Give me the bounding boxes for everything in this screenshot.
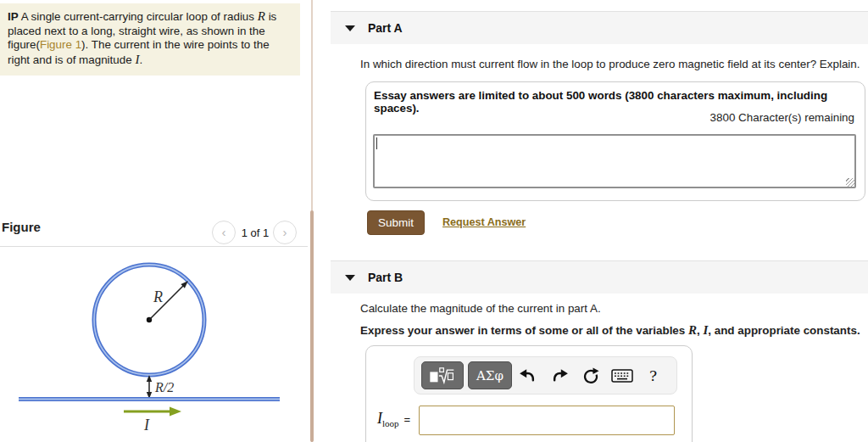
- reset-button[interactable]: [575, 361, 606, 391]
- keyboard-icon: [611, 368, 633, 383]
- assignment-page: IP A single current-carrying circular lo…: [0, 0, 868, 442]
- greek-symbols-button[interactable]: ΑΣφ: [468, 361, 512, 389]
- reset-icon: [582, 367, 599, 384]
- problem-text-4: .: [139, 53, 142, 66]
- scrollbar-thumb[interactable]: [310, 210, 314, 442]
- essay-answer-box: Essay answers are limited to about 500 w…: [365, 81, 865, 201]
- problem-text-1: A single current-carrying circular loop …: [19, 10, 258, 23]
- submit-button[interactable]: Submit: [367, 210, 425, 235]
- figure-next-button[interactable]: ›: [273, 221, 297, 244]
- chevron-left-icon: ‹: [222, 225, 226, 239]
- part-a-question: In which direction must current flow in …: [360, 58, 860, 70]
- equation-toolbar: ΑΣφ: [414, 356, 677, 394]
- resize-handle-icon[interactable]: [846, 178, 854, 187]
- equation-template-button[interactable]: [421, 361, 464, 389]
- gap-label: R/2: [154, 380, 174, 394]
- part-b-label: Part B: [368, 271, 403, 284]
- collapse-triangle-icon: [345, 275, 355, 281]
- undo-button[interactable]: [512, 361, 543, 391]
- characters-remaining: 3800 Character(s) remaining: [710, 111, 854, 124]
- part-b-header[interactable]: Part B: [331, 260, 868, 294]
- figure-divider-line: [0, 246, 308, 247]
- part-b-question: Calculate the magnitude of the current i…: [360, 302, 601, 315]
- redo-icon: [550, 368, 569, 383]
- template-icon: [429, 366, 456, 385]
- figure-page-indicator: 1 of 1: [238, 227, 272, 239]
- variable-r: R: [258, 9, 265, 23]
- problem-statement: IP A single current-carrying circular lo…: [0, 3, 300, 76]
- keyboard-button[interactable]: [606, 361, 637, 391]
- answer-subscript: loop: [382, 418, 399, 428]
- figure-title: Figure: [2, 220, 41, 234]
- essay-textarea[interactable]: [373, 134, 856, 188]
- express-text-2: , and appropriate constants.: [708, 324, 860, 337]
- part-a-header[interactable]: Part A: [331, 11, 868, 44]
- undo-icon: [519, 368, 537, 383]
- collapse-triangle-icon: [345, 25, 355, 31]
- text-caret: [376, 137, 377, 149]
- equals-sign: =: [404, 413, 411, 426]
- current-label: I: [143, 417, 150, 434]
- problem-tag: IP: [8, 10, 19, 23]
- help-label: ?: [649, 367, 657, 384]
- redo-button[interactable]: [543, 361, 575, 391]
- current-arrowhead-icon: [170, 407, 181, 417]
- figure-link[interactable]: Figure 1: [40, 38, 81, 51]
- answer-variable-label: Iloop=: [377, 410, 410, 428]
- part-b-express-instruction: Express your answer in terms of some or …: [360, 323, 860, 338]
- express-text-1: Express your answer in terms of some or …: [360, 324, 688, 337]
- figure-prev-button[interactable]: ‹: [212, 221, 236, 244]
- variable-r: R: [688, 323, 697, 337]
- radius-label: R: [153, 288, 163, 305]
- figure-diagram: R R/2 I: [0, 250, 305, 442]
- chevron-right-icon: ›: [283, 225, 287, 239]
- help-button[interactable]: ?: [637, 361, 669, 391]
- part-a-label: Part A: [368, 21, 403, 35]
- request-answer-link[interactable]: Request Answer: [442, 216, 526, 228]
- answer-input[interactable]: [419, 406, 675, 435]
- equation-answer-box: ΑΣφ: [365, 345, 693, 442]
- greek-symbols-label: ΑΣφ: [476, 368, 504, 383]
